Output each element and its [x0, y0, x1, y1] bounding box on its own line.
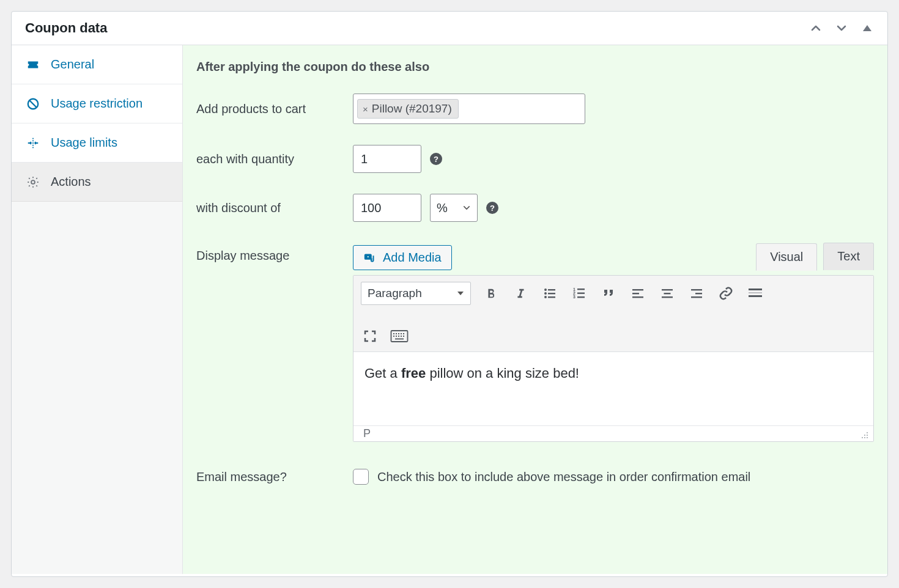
sidebar-item-usage-restriction[interactable]: Usage restriction — [12, 84, 182, 123]
svg-rect-15 — [577, 293, 585, 294]
fullscreen-icon[interactable] — [361, 327, 379, 345]
svg-rect-21 — [662, 289, 673, 290]
panel-title: Coupon data — [25, 20, 107, 36]
editor-content[interactable]: Get a free pillow on a king size bed! — [353, 352, 873, 425]
discount-unit-select[interactable]: % — [430, 194, 478, 222]
label-quantity: each with quantity — [196, 152, 353, 166]
message-text-bold: free — [401, 366, 426, 381]
svg-point-8 — [544, 292, 547, 295]
svg-rect-11 — [548, 296, 555, 298]
editor-top-row: Add Media Visual Text — [353, 243, 874, 270]
svg-point-43 — [864, 435, 865, 436]
svg-rect-7 — [548, 289, 555, 290]
panel-header-actions — [809, 21, 874, 35]
section-heading: After applying the coupon do these also — [196, 60, 874, 74]
collapse-icon[interactable] — [860, 21, 874, 35]
editor-tabs: Visual Text — [756, 243, 874, 270]
discount-input[interactable] — [353, 194, 421, 222]
sidebar-item-label: Usage restriction — [51, 97, 142, 111]
move-down-icon[interactable] — [835, 21, 848, 35]
svg-rect-27 — [749, 288, 762, 290]
bullet-list-icon[interactable] — [541, 284, 559, 303]
svg-rect-28 — [749, 292, 762, 293]
email-checkbox-label: Check this box to include above message … — [377, 470, 750, 484]
content-area: After applying the coupon do these also … — [183, 45, 887, 574]
coupon-data-panel: Coupon data G — [11, 11, 888, 577]
sidebar-item-general[interactable]: General — [12, 45, 182, 84]
arrows-in-icon — [26, 136, 40, 150]
row-discount: with discount of % ? — [196, 194, 874, 222]
sidebar-item-label: General — [51, 57, 94, 72]
tab-text[interactable]: Text — [823, 243, 874, 270]
sidebar-item-label: Actions — [51, 175, 91, 189]
align-center-icon[interactable] — [658, 284, 676, 303]
editor-statusbar: P — [353, 425, 873, 441]
label-email-message: Email message? — [196, 470, 353, 484]
panel-body: General Usage restriction Usage limits — [12, 45, 887, 574]
label-display-message: Display message — [196, 243, 353, 263]
format-select[interactable]: Paragraph — [361, 282, 471, 305]
svg-point-47 — [867, 437, 868, 438]
gear-icon — [26, 175, 40, 189]
message-text-after: pillow on a king size bed! — [426, 366, 579, 381]
email-checkbox[interactable] — [353, 469, 369, 485]
svg-rect-25 — [695, 293, 702, 294]
svg-rect-22 — [664, 293, 671, 294]
wysiwyg-editor: Paragraph 123 — [353, 275, 874, 442]
move-up-icon[interactable] — [809, 21, 823, 35]
help-icon[interactable]: ? — [486, 202, 498, 214]
svg-point-46 — [864, 437, 865, 438]
svg-point-45 — [862, 437, 863, 438]
quote-icon[interactable] — [599, 284, 618, 303]
svg-rect-24 — [691, 289, 702, 290]
svg-point-10 — [544, 296, 547, 298]
tab-visual[interactable]: Visual — [756, 243, 817, 271]
products-tag-input[interactable]: × Pillow (#20197) — [353, 94, 585, 124]
svg-point-44 — [867, 435, 868, 436]
keyboard-icon[interactable] — [390, 327, 409, 345]
label-discount: with discount of — [196, 201, 353, 215]
sidebar-item-actions[interactable]: Actions — [12, 163, 182, 202]
sidebar-item-usage-limits[interactable]: Usage limits — [12, 123, 182, 163]
add-media-button[interactable]: Add Media — [353, 245, 452, 270]
align-right-icon[interactable] — [687, 284, 706, 303]
row-display-message: Display message Add Media Visual — [196, 243, 874, 442]
svg-rect-19 — [632, 293, 639, 294]
bold-icon[interactable] — [482, 284, 500, 303]
camera-music-icon — [363, 251, 377, 265]
italic-icon[interactable] — [511, 284, 530, 303]
ban-icon — [26, 97, 40, 111]
format-select-value: Paragraph — [368, 287, 422, 300]
svg-rect-20 — [632, 296, 643, 298]
svg-point-42 — [867, 432, 868, 433]
remove-tag-icon[interactable]: × — [361, 104, 369, 114]
svg-rect-23 — [662, 296, 673, 298]
sidebar: General Usage restriction Usage limits — [12, 45, 183, 574]
read-more-icon[interactable] — [746, 284, 764, 303]
numbered-list-icon[interactable]: 123 — [570, 284, 588, 303]
help-icon[interactable]: ? — [430, 153, 442, 165]
resize-handle-icon[interactable] — [859, 429, 868, 439]
add-media-label: Add Media — [383, 251, 442, 265]
link-icon[interactable] — [717, 284, 735, 303]
panel-header: Coupon data — [12, 12, 887, 45]
sidebar-item-label: Usage limits — [51, 136, 117, 150]
discount-unit-value: % — [437, 201, 448, 215]
editor-path: P — [363, 427, 371, 440]
svg-text:3: 3 — [573, 295, 575, 299]
quantity-input[interactable] — [353, 145, 421, 173]
svg-rect-9 — [548, 293, 555, 294]
svg-point-5 — [367, 255, 369, 258]
row-email-message: Email message? Check this box to include… — [196, 469, 874, 485]
svg-rect-18 — [632, 289, 643, 290]
align-left-icon[interactable] — [629, 284, 647, 303]
svg-line-1 — [29, 100, 37, 108]
ticket-icon — [26, 58, 40, 72]
row-add-products: Add products to cart × Pillow (#20197) — [196, 94, 874, 124]
svg-rect-29 — [749, 295, 762, 297]
svg-point-3 — [31, 180, 35, 184]
product-tag-label: Pillow (#20197) — [372, 102, 452, 116]
label-add-products: Add products to cart — [196, 102, 353, 116]
editor-toolbar: Paragraph 123 — [353, 276, 873, 352]
product-tag: × Pillow (#20197) — [357, 99, 459, 119]
